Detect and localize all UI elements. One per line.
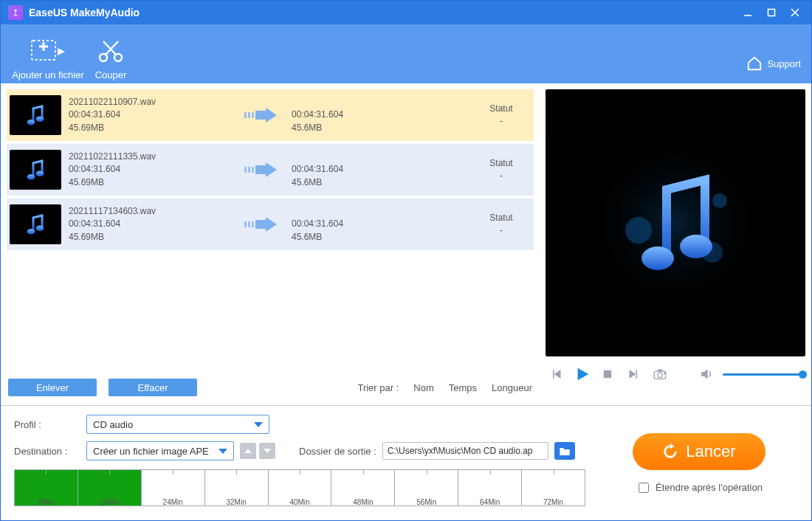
output-size: 45.6MB (292, 122, 479, 134)
launch-button[interactable]: Lancer (633, 433, 765, 470)
svg-rect-1 (16, 12, 16, 15)
svg-rect-50 (658, 370, 662, 372)
file-name: 20211022111335.wav (69, 151, 238, 163)
timeline-cell: 64Min (458, 470, 522, 506)
file-thumbnail (10, 204, 61, 244)
bottom-panel: Profil : CD audio Destination : Créer un… (1, 406, 811, 520)
sort-label: Trier par : (357, 382, 399, 393)
toolbar: Ajouter un fichier Couper Support (1, 24, 811, 83)
svg-marker-42 (554, 370, 561, 379)
svg-marker-21 (266, 108, 277, 123)
prev-button[interactable] (548, 365, 566, 383)
shutdown-checkbox[interactable]: Étendre après l'opération (636, 480, 763, 495)
output-duration: 00:04:31.604 (292, 163, 479, 176)
svg-marker-28 (266, 162, 277, 177)
output-folder-label: Dossier de sortie : (299, 446, 376, 457)
svg-marker-46 (630, 370, 636, 379)
status-box: Statut- (479, 212, 523, 238)
scissors-icon (97, 37, 124, 65)
convert-arrow-icon (238, 215, 283, 233)
cut-button[interactable]: Couper (85, 37, 137, 80)
svg-marker-44 (578, 368, 589, 381)
order-buttons (240, 443, 275, 459)
titlebar: EaseUS MakeMyAudio (1, 1, 811, 24)
timeline-cell: 16Min (78, 470, 142, 506)
move-up-button[interactable] (240, 443, 256, 459)
svg-marker-53 (670, 444, 675, 449)
svg-rect-31 (244, 221, 247, 227)
output-duration: 00:04:31.604 (292, 108, 479, 121)
volume-slider[interactable] (723, 373, 802, 376)
timeline-cell: 56Min (395, 470, 458, 506)
sort-by-length[interactable]: Longueur (492, 382, 532, 393)
status-label: Statut (479, 103, 523, 115)
source-info: 20211022110907.wav00:04:31.60445.69MB (69, 96, 238, 134)
timeline-tick: 32Min (205, 498, 268, 506)
remove-button[interactable]: Enlever (8, 379, 97, 396)
output-size: 45.6MB (292, 231, 479, 244)
home-icon (746, 55, 763, 72)
profile-select[interactable]: CD audio (86, 415, 269, 434)
status-box: Statut- (479, 103, 523, 128)
shutdown-label: Étendre après l'opération (656, 482, 763, 493)
file-size: 45.69MB (69, 122, 238, 134)
output-folder-input[interactable] (382, 442, 548, 460)
folder-icon (559, 446, 571, 456)
output-info: 00:04:31.60445.6MB (283, 96, 479, 134)
svg-rect-27 (255, 165, 266, 174)
status-value: - (479, 115, 523, 128)
file-duration: 00:04:31.604 (69, 218, 238, 230)
cut-label: Couper (95, 69, 127, 80)
sort-by-name[interactable]: Nom (413, 382, 433, 393)
close-button[interactable] (783, 2, 807, 23)
move-down-button[interactable] (259, 443, 275, 459)
svg-point-40 (641, 246, 674, 270)
file-row[interactable]: 20211022111335.wav00:04:31.60445.69MB 00… (7, 144, 534, 196)
profile-value: CD audio (93, 419, 133, 430)
volume-icon[interactable] (698, 365, 715, 383)
refresh-icon (662, 444, 678, 460)
status-label: Statut (479, 212, 523, 224)
chevron-down-icon (254, 422, 263, 427)
svg-marker-10 (58, 48, 65, 55)
stop-button[interactable] (599, 365, 616, 383)
play-button[interactable] (574, 365, 591, 383)
svg-point-30 (36, 226, 44, 232)
svg-rect-4 (768, 10, 775, 16)
add-file-button[interactable]: Ajouter un fichier (11, 37, 85, 80)
destination-select[interactable]: Créer un fichier image APE (86, 441, 234, 460)
sort-by-time[interactable]: Temps (449, 382, 477, 393)
file-list-actions: Enlever Effacer Trier par : Nom Temps Lo… (7, 379, 534, 396)
svg-line-14 (103, 41, 116, 55)
file-row[interactable]: 20211117134603.wav00:04:31.60445.69MB 00… (7, 199, 534, 250)
shutdown-checkbox-input[interactable] (639, 483, 649, 493)
convert-arrow-icon (238, 106, 283, 124)
file-name: 20211022110907.wav (69, 96, 238, 108)
minimize-button[interactable] (736, 2, 760, 23)
timeline-tick: 48Min (331, 498, 394, 506)
svg-rect-47 (636, 370, 638, 379)
clear-button[interactable]: Effacer (109, 379, 197, 396)
svg-point-15 (27, 120, 35, 125)
maximize-button[interactable] (760, 2, 783, 23)
app-title: EaseUS MakeMyAudio (29, 7, 140, 18)
svg-rect-26 (252, 167, 254, 173)
timeline-cell: 40Min (269, 470, 332, 506)
svg-rect-2 (14, 15, 18, 16)
svg-point-16 (36, 117, 44, 123)
support-button[interactable]: Support (746, 55, 801, 80)
output-info: 00:04:31.60445.6MB (283, 205, 479, 244)
svg-point-0 (15, 10, 17, 12)
file-thumbnail (10, 150, 61, 190)
browse-folder-button[interactable] (554, 442, 575, 460)
output-info: 00:04:31.60445.6MB (283, 151, 479, 189)
svg-rect-19 (252, 112, 254, 118)
svg-marker-52 (701, 369, 707, 379)
svg-point-37 (625, 217, 652, 244)
file-row[interactable]: 20211022110907.wav00:04:31.60445.69MB 00… (7, 89, 534, 141)
timeline-cell: 8Min (15, 470, 78, 506)
svg-rect-33 (252, 221, 254, 227)
next-button[interactable] (624, 365, 641, 383)
snapshot-button[interactable] (649, 365, 671, 383)
film-add-icon (31, 37, 65, 65)
